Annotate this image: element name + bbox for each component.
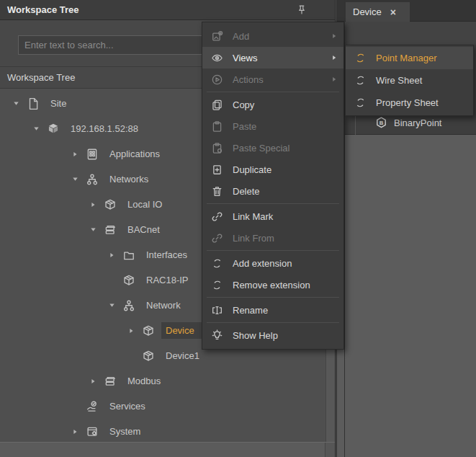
document-icon xyxy=(27,97,40,110)
paste-special-icon xyxy=(211,142,223,154)
horizontal-scrollbar[interactable] xyxy=(0,442,335,457)
submenu-arrow-icon xyxy=(331,32,338,40)
tree-item-label: Interfaces xyxy=(142,247,192,263)
expander-expanded-icon[interactable] xyxy=(10,98,22,110)
panel-title: Workspace Tree xyxy=(7,4,78,15)
menu-item-label: Paste xyxy=(233,121,338,132)
menu-item-label: Link Mark xyxy=(233,211,338,222)
expander-collapsed-icon[interactable] xyxy=(125,325,137,337)
eye-icon xyxy=(211,52,223,64)
menu-item-duplicate[interactable]: Duplicate xyxy=(202,159,343,180)
tree-item-label: Services xyxy=(105,398,150,414)
expander-collapsed-icon[interactable] xyxy=(69,426,81,438)
menu-separator xyxy=(207,92,339,92)
tree-item-label: 192.168.1.52:88 xyxy=(66,120,143,137)
menu-item-rename[interactable]: Rename xyxy=(202,299,343,321)
device-icon xyxy=(142,350,155,363)
view-cycle-icon xyxy=(354,97,367,109)
extension-icon xyxy=(211,257,223,270)
actions-icon xyxy=(211,74,223,86)
applications-icon xyxy=(86,148,99,161)
menu-item-label: Add extension xyxy=(233,258,338,269)
svg-text:B: B xyxy=(380,120,384,126)
menu-item-views[interactable]: Views xyxy=(202,47,343,68)
stack-icon xyxy=(104,223,117,236)
paste-icon xyxy=(211,120,223,133)
expander-collapsed-icon[interactable] xyxy=(87,376,99,387)
expander-collapsed-icon[interactable] xyxy=(87,199,99,210)
menu-item-link-from: Link From xyxy=(202,227,343,249)
views-submenu: Point ManagerWire SheetProperty Sheet xyxy=(345,45,474,116)
services-icon xyxy=(86,400,99,413)
scrollbar-corner xyxy=(325,443,335,457)
network-icon xyxy=(122,299,135,312)
menu-item-label: Delete xyxy=(233,186,338,197)
device-icon xyxy=(142,324,155,337)
expander-collapsed-icon[interactable] xyxy=(106,249,117,261)
menu-item-label: Copy xyxy=(233,99,338,110)
rename-icon xyxy=(211,304,223,316)
submenu-item-label: Property Sheet xyxy=(376,97,467,108)
tab-close-icon[interactable]: × xyxy=(390,6,396,18)
expander-expanded-icon[interactable] xyxy=(69,174,81,185)
expander-collapsed-icon[interactable] xyxy=(69,148,81,160)
submenu-item-point-manager[interactable]: Point Manager xyxy=(346,47,473,69)
extension-icon xyxy=(211,279,223,291)
folder-icon xyxy=(122,249,135,262)
help-icon xyxy=(211,329,223,342)
tree-item-label: BACnet xyxy=(123,221,164,238)
tree-item-modbus[interactable]: Modbus xyxy=(0,368,335,394)
view-toolbar-strip xyxy=(336,22,476,45)
menu-item-add: Add xyxy=(202,25,343,47)
device-icon xyxy=(122,274,135,287)
menu-item-paste: Paste xyxy=(202,115,343,137)
menu-item-label: Link From xyxy=(233,233,338,244)
menu-item-label: Rename xyxy=(233,305,338,316)
station-icon xyxy=(47,123,60,136)
expander-placeholder xyxy=(106,275,117,286)
submenu-item-wire-sheet[interactable]: Wire Sheet xyxy=(346,69,473,92)
menu-item-label: Show Help xyxy=(233,330,338,341)
menu-separator xyxy=(207,203,339,204)
menu-item-link-mark[interactable]: Link Mark xyxy=(202,205,343,227)
expander-expanded-icon[interactable] xyxy=(87,224,99,236)
submenu-arrow-icon xyxy=(331,76,338,83)
duplicate-icon xyxy=(211,164,223,176)
menu-separator xyxy=(207,322,339,323)
menu-item-delete[interactable]: Delete xyxy=(202,180,343,202)
menu-item-copy[interactable]: Copy xyxy=(202,94,343,115)
tree-item-system[interactable]: System xyxy=(0,419,335,442)
context-menu: AddViewsActionsCopyPastePaste SpecialDup… xyxy=(202,22,344,350)
submenu-item-label: Wire Sheet xyxy=(376,75,467,86)
tab-bar: Device × xyxy=(336,0,476,22)
tree-item-label: Networks xyxy=(105,171,153,187)
delete-icon xyxy=(211,185,223,198)
menu-item-paste-special: Paste Special xyxy=(202,137,343,159)
menu-item-label: Remove extension xyxy=(233,280,338,290)
submenu-item-property-sheet[interactable]: Property Sheet xyxy=(346,92,473,114)
expander-expanded-icon[interactable] xyxy=(106,300,117,311)
menu-item-label: Actions xyxy=(233,74,331,85)
link-icon xyxy=(211,210,223,223)
expander-expanded-icon[interactable] xyxy=(30,123,42,135)
tree-item-services[interactable]: Services xyxy=(0,394,335,419)
add-icon xyxy=(211,30,223,43)
network-icon xyxy=(86,173,99,186)
menu-item-show-help[interactable]: Show Help xyxy=(202,324,343,346)
menu-item-label: Views xyxy=(233,53,331,63)
binary-point-icon: B xyxy=(374,116,388,130)
tree-item-label: Site xyxy=(46,95,71,112)
tree-item-label: Applications xyxy=(105,146,164,162)
pin-icon[interactable] xyxy=(296,4,307,16)
menu-item-actions: Actions xyxy=(202,68,343,90)
menu-item-label: Add xyxy=(233,31,331,42)
tree-item-label: Local IO xyxy=(123,196,166,213)
binary-point-label: BinaryPoint xyxy=(394,117,441,128)
tree-item-label: Device1 xyxy=(161,347,204,364)
stack-icon xyxy=(104,375,117,388)
menu-item-add-extension[interactable]: Add extension xyxy=(202,252,343,274)
menu-item-remove-extension[interactable]: Remove extension xyxy=(202,274,343,296)
tab-device[interactable]: Device × xyxy=(346,2,410,22)
tree-item-label: RAC18-IP xyxy=(142,272,193,288)
submenu-item-label: Point Manager xyxy=(376,53,467,63)
